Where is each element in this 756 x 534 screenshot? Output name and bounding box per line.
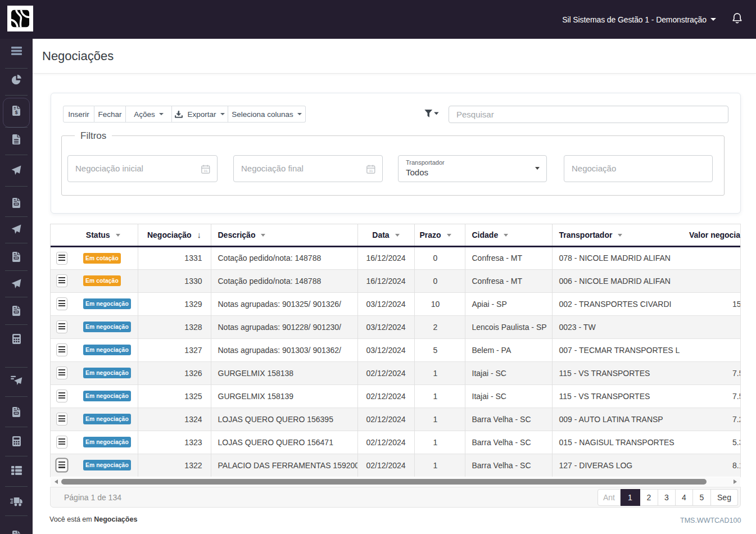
svg-text:31: 31 xyxy=(369,169,373,173)
svg-text:31: 31 xyxy=(204,169,208,173)
svg-text:$: $ xyxy=(15,110,18,115)
